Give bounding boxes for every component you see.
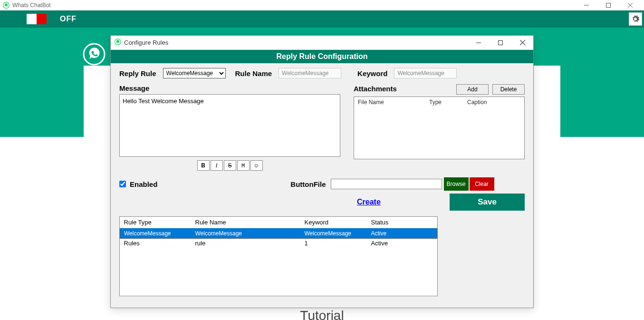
col-rule-name: Rule Name [192, 217, 301, 228]
col-rule-type: Rule Type [120, 217, 192, 228]
reply-rule-select[interactable]: WelcomeMessage [163, 68, 226, 78]
strike-button[interactable]: S [224, 160, 236, 171]
buttonfile-field[interactable] [331, 179, 442, 189]
browse-button[interactable]: Browse [444, 177, 469, 191]
dialog-close-button[interactable] [511, 36, 533, 50]
italic-button[interactable]: I [211, 160, 223, 171]
status-label: OFF [60, 15, 77, 23]
bold-button[interactable]: B [197, 160, 210, 171]
dialog-titlebar: Configure Rules [111, 36, 533, 50]
attachments-label: Attachments [354, 85, 397, 93]
whatsapp-logo [83, 43, 106, 66]
reply-rule-label: Reply Rule [119, 69, 156, 78]
whatsapp-icon [115, 39, 121, 47]
att-col-type: Type [425, 97, 463, 108]
maximize-button[interactable] [597, 0, 619, 10]
settings-button[interactable] [629, 12, 642, 26]
rule-name-label: Rule Name [235, 69, 272, 78]
dialog-maximize-button[interactable] [490, 36, 511, 50]
enabled-label: Enabled [130, 180, 157, 188]
delete-attachment-button[interactable]: Delete [492, 84, 525, 95]
buttonfile-label: ButtonFile [290, 180, 326, 188]
emoji-button[interactable]: ☺ [250, 160, 263, 171]
keyword-label: Keyword [357, 69, 387, 78]
col-status: Status [367, 217, 437, 228]
rule-name-field[interactable] [279, 68, 341, 78]
att-col-filename: File Name [354, 97, 425, 108]
app-title: Whats ChatBot [12, 2, 576, 9]
minimize-button[interactable] [576, 0, 597, 10]
dialog-title: Configure Rules [124, 39, 468, 46]
svg-rect-8 [499, 40, 503, 45]
top-toolbar: OFF [0, 10, 644, 28]
close-button[interactable] [619, 0, 641, 10]
add-attachment-button[interactable]: Add [456, 84, 489, 95]
gear-icon [631, 15, 640, 23]
message-textarea[interactable] [119, 94, 340, 157]
table-row[interactable]: Rulesrule1Active [120, 239, 437, 248]
attachments-grid[interactable]: File Name Type Caption [354, 97, 525, 159]
tutorial-heading: Tutorial [0, 308, 644, 320]
svg-rect-2 [606, 3, 611, 7]
create-link[interactable]: Create [357, 198, 381, 206]
table-row[interactable]: WelcomeMessageWelcomeMessageWelcomeMessa… [120, 228, 437, 239]
configure-rules-dialog: Configure Rules Reply Rule Configuration… [110, 35, 534, 308]
mono-button[interactable]: M [237, 160, 250, 171]
status-toggle[interactable] [27, 14, 47, 24]
enabled-checkbox[interactable] [119, 181, 126, 187]
message-label: Message [119, 84, 340, 92]
att-col-caption: Caption [463, 97, 524, 108]
save-button[interactable]: Save [450, 194, 525, 211]
rules-grid[interactable]: Rule Type Rule Name Keyword Status Welco… [119, 216, 438, 296]
clear-button[interactable]: Clear [470, 177, 494, 191]
keyword-field[interactable] [394, 68, 457, 78]
app-titlebar: Whats ChatBot [0, 0, 644, 10]
dialog-header: Reply Rule Configuration [111, 50, 533, 63]
dialog-minimize-button[interactable] [468, 36, 490, 50]
whatsapp-icon [3, 2, 10, 9]
col-keyword: Keyword [301, 217, 367, 228]
